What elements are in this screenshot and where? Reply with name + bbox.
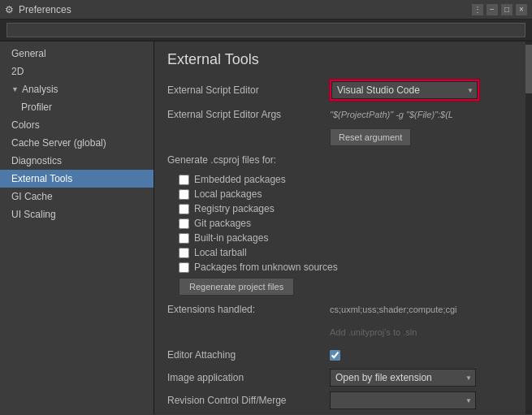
scrollbar-thumb[interactable] bbox=[526, 45, 532, 93]
editor-attaching-checkbox[interactable] bbox=[330, 350, 340, 361]
reset-row: Reset argument bbox=[167, 128, 513, 146]
checkbox-row-tarball: Local tarball bbox=[167, 247, 513, 258]
sidebar-label-colors: Colors bbox=[11, 119, 40, 131]
script-args-text: "$(ProjectPath)" -g "$(File)":$(L bbox=[330, 110, 453, 119]
extensions-label: Extensions handled: bbox=[167, 304, 330, 315]
script-args-label: External Script Editor Args bbox=[167, 109, 330, 120]
menu-dots-button[interactable]: ⋮ bbox=[472, 4, 483, 15]
title-bar-controls: ⋮ − □ × bbox=[472, 4, 527, 15]
revision-control-value bbox=[330, 391, 513, 409]
script-args-value: "$(ProjectPath)" -g "$(File)":$(L bbox=[330, 110, 513, 119]
extensions-row: Extensions handled: cs;uxml;uss;shader;c… bbox=[167, 300, 513, 318]
script-editor-dropdown[interactable]: Visual Studio Code Visual Studio MonoDev… bbox=[331, 81, 478, 99]
image-app-row: Image application Open by file extension bbox=[167, 369, 513, 387]
checkbox-registry[interactable] bbox=[179, 204, 189, 214]
checkbox-label-unknown: Packages from unknown sources bbox=[194, 262, 338, 273]
reset-value: Reset argument bbox=[330, 128, 513, 146]
sidebar-label-analysis: Analysis bbox=[22, 84, 58, 95]
checkbox-row-embedded: Embedded packages bbox=[167, 174, 513, 185]
checkbox-label-tarball: Local tarball bbox=[194, 247, 247, 258]
checkbox-row-registry: Registry packages bbox=[167, 203, 513, 214]
close-button[interactable]: × bbox=[516, 4, 527, 15]
script-editor-dropdown-wrapper: Visual Studio Code Visual Studio MonoDev… bbox=[330, 80, 479, 101]
sidebar-item-analysis[interactable]: ▼Analysis bbox=[0, 80, 154, 98]
editor-attaching-label: Editor Attaching bbox=[167, 349, 330, 361]
sidebar-label-cache-server: Cache Server (global) bbox=[11, 137, 106, 149]
sidebar-label-gi-cache: GI Cache bbox=[11, 191, 53, 202]
revision-control-dropdown-wrapper bbox=[330, 391, 476, 409]
sidebar-label-diagnostics: Diagnostics bbox=[11, 155, 62, 166]
image-app-dropdown-wrapper: Open by file extension bbox=[330, 369, 476, 387]
sidebar-label-ui-scaling: UI Scaling bbox=[11, 209, 56, 220]
maximize-button[interactable]: □ bbox=[501, 4, 513, 15]
sidebar-label-2d: 2D bbox=[11, 66, 24, 77]
sidebar-label-profiler: Profiler bbox=[21, 102, 52, 113]
checkbox-builtin[interactable] bbox=[179, 233, 189, 244]
sidebar-item-colors[interactable]: Colors bbox=[0, 116, 154, 134]
checkbox-local[interactable] bbox=[179, 189, 189, 200]
generate-label-row: Generate .csproj files for: bbox=[167, 151, 513, 169]
sidebar-item-gi-cache[interactable]: GI Cache bbox=[0, 188, 154, 205]
add-unityproj-row: Add .unityproj's to .sln bbox=[167, 323, 513, 341]
checkbox-label-builtin: Built-in packages bbox=[194, 232, 268, 244]
script-editor-label: External Script Editor bbox=[167, 84, 330, 96]
image-app-label: Image application bbox=[167, 372, 330, 383]
sidebar-item-ui-scaling[interactable]: UI Scaling bbox=[0, 205, 154, 223]
sidebar-item-cache-server[interactable]: Cache Server (global) bbox=[0, 134, 154, 152]
regenerate-button[interactable]: Regenerate project files bbox=[179, 278, 294, 296]
checkbox-row-local: Local packages bbox=[167, 188, 513, 200]
checkbox-row-git: Git packages bbox=[167, 218, 513, 229]
checkbox-label-registry: Registry packages bbox=[194, 203, 275, 214]
title-bar: ⚙ Preferences ⋮ − □ × bbox=[0, 0, 532, 19]
sidebar-item-external-tools[interactable]: External Tools bbox=[0, 170, 154, 188]
checkbox-label-git: Git packages bbox=[194, 218, 251, 229]
checkbox-row-unknown: Packages from unknown sources bbox=[167, 262, 513, 273]
checkbox-tarball[interactable] bbox=[179, 248, 189, 258]
editor-attaching-row: Editor Attaching bbox=[167, 346, 513, 364]
checkbox-label-embedded: Embedded packages bbox=[194, 174, 286, 185]
preferences-icon: ⚙ bbox=[5, 4, 14, 15]
sidebar-label-external-tools: External Tools bbox=[11, 173, 72, 184]
checkbox-embedded[interactable] bbox=[179, 175, 189, 185]
search-input[interactable] bbox=[6, 23, 526, 37]
editor-attaching-value bbox=[330, 350, 513, 361]
add-unityproj-value: Add .unityproj's to .sln bbox=[330, 327, 513, 337]
revision-control-row: Revision Control Diff/Merge bbox=[167, 391, 513, 409]
reset-argument-button[interactable]: Reset argument bbox=[330, 128, 411, 146]
script-editor-row: External Script Editor Visual Studio Cod… bbox=[167, 80, 513, 101]
sidebar-label-general: General bbox=[11, 48, 46, 59]
script-args-row: External Script Editor Args "$(ProjectPa… bbox=[167, 106, 513, 123]
revision-control-label: Revision Control Diff/Merge bbox=[167, 395, 330, 406]
image-app-dropdown[interactable]: Open by file extension bbox=[330, 369, 476, 387]
sidebar-item-general[interactable]: General bbox=[0, 45, 154, 63]
page-title: External Tools bbox=[167, 51, 513, 68]
sidebar: General2D▼AnalysisProfilerColorsCache Se… bbox=[0, 41, 154, 414]
content-area: External Tools External Script Editor Vi… bbox=[154, 41, 526, 414]
minimize-button[interactable]: − bbox=[487, 4, 498, 15]
sidebar-item-profiler[interactable]: Profiler bbox=[0, 98, 154, 116]
extensions-value: cs;uxml;uss;shader;compute;cgi bbox=[330, 305, 513, 314]
generate-label: Generate .csproj files for: bbox=[167, 154, 330, 166]
checkbox-row-builtin: Built-in packages bbox=[167, 232, 513, 244]
script-editor-value: Visual Studio Code Visual Studio MonoDev… bbox=[330, 80, 513, 101]
sidebar-item-2d[interactable]: 2D bbox=[0, 63, 154, 80]
image-app-value: Open by file extension bbox=[330, 369, 513, 387]
window-title: Preferences bbox=[19, 4, 71, 15]
search-bar bbox=[0, 19, 532, 41]
revision-control-dropdown[interactable] bbox=[330, 391, 476, 409]
generate-checkboxes: Embedded packagesLocal packagesRegistry … bbox=[167, 174, 513, 273]
checkbox-unknown[interactable] bbox=[179, 262, 189, 273]
title-bar-left: ⚙ Preferences bbox=[5, 4, 71, 15]
checkbox-label-local: Local packages bbox=[194, 188, 262, 200]
checkbox-git[interactable] bbox=[179, 218, 189, 229]
sidebar-item-diagnostics[interactable]: Diagnostics bbox=[0, 152, 154, 170]
arrow-icon-analysis: ▼ bbox=[11, 85, 19, 93]
add-unityproj-text: Add .unityproj's to .sln bbox=[330, 327, 417, 337]
scrollbar-track[interactable] bbox=[526, 41, 532, 414]
extensions-text: cs;uxml;uss;shader;compute;cgi bbox=[330, 305, 457, 314]
main-container: General2D▼AnalysisProfilerColorsCache Se… bbox=[0, 41, 532, 414]
